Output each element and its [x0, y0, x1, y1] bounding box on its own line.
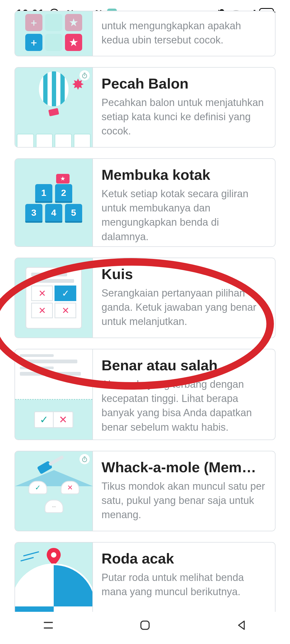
x-icon: ✕ — [31, 286, 53, 301]
template-card-balloon[interactable]: ✸ Pecah Balon Pecahkan balon untuk menja… — [15, 67, 276, 148]
svg-rect-18 — [141, 621, 149, 630]
card-title: Pecah Balon — [102, 75, 266, 92]
check-icon: ✓ — [35, 412, 54, 427]
box-2: 2 — [55, 184, 72, 201]
x-icon: ✕ — [31, 303, 53, 318]
template-card-openbox[interactable]: ★ 1 2 3 4 5 Membuka kotak Ketuk setiap k… — [15, 158, 276, 247]
star-icon: ★ — [65, 34, 82, 51]
back-button[interactable] — [234, 617, 250, 633]
thumb-wheel — [15, 543, 93, 612]
template-list[interactable]: ＋ ★ ＋ ★ untuk mengungkapkan apakah kedua… — [0, 11, 290, 612]
box-1: 1 — [35, 184, 52, 201]
thumb-quiz: ✕ ✓ ✕ ✕ — [15, 258, 93, 338]
template-card-whack[interactable]: ✓ ✕ ·· Whack-a-mole (Mem… Tikus mondok a… — [15, 451, 276, 531]
card-desc: Serangkaian pertanyaan pilihan ganda. Ke… — [102, 286, 266, 329]
template-card-truefalse[interactable]: ✓ ✕ Benar atau salah Akan ada yang terba… — [15, 349, 276, 440]
carts-icon — [15, 134, 92, 147]
thumb-openbox: ★ 1 2 3 4 5 — [15, 159, 93, 246]
star-icon: ★ — [65, 14, 82, 31]
box-5: 5 — [65, 204, 82, 221]
system-navbar — [0, 606, 290, 644]
card-desc: Putar roda untuk melihat benda mana yang… — [102, 570, 266, 599]
card-title: Kuis — [102, 266, 266, 282]
burst-icon: ✸ — [72, 76, 84, 93]
mole-icon: ·· — [45, 500, 63, 513]
motion-line-icon — [23, 551, 39, 556]
motion-line-icon — [20, 557, 34, 562]
home-button[interactable] — [137, 617, 153, 633]
thumb-whack: ✓ ✕ ·· — [15, 451, 93, 531]
template-card-matching[interactable]: ＋ ★ ＋ ★ untuk mengungkapkan apakah kedua… — [15, 11, 276, 56]
template-card-wheel[interactable]: Roda acak Putar roda untuk melihat benda… — [15, 542, 276, 612]
card-title: Whack-a-mole (Mem… — [102, 459, 266, 475]
svg-point-15 — [51, 552, 56, 558]
plus-icon: ＋ — [25, 14, 42, 31]
blank-tile — [45, 34, 62, 51]
blank-tile — [45, 14, 62, 31]
recent-apps-button[interactable] — [40, 617, 56, 633]
template-card-quiz[interactable]: ✕ ✓ ✕ ✕ Kuis Serangkaian pertanyaan pili… — [15, 258, 276, 338]
card-title: Membuka kotak — [102, 166, 266, 183]
x-icon: ✕ — [54, 412, 73, 427]
card-desc: Tikus mondok akan muncul satu per satu, … — [102, 479, 266, 522]
svg-rect-14 — [48, 455, 64, 466]
card-title: Roda acak — [102, 550, 266, 567]
thumb-matching: ＋ ★ ＋ ★ — [15, 11, 93, 56]
card-desc: Akan ada yang terbang dengan kecepatan t… — [102, 377, 266, 434]
box-4: 4 — [45, 204, 62, 221]
tag-icon — [48, 108, 59, 116]
card-desc: Pecahkan balon untuk menjatuhkan setiap … — [102, 96, 266, 138]
box-3: 3 — [25, 204, 42, 221]
mole-correct-icon: ✓ — [28, 481, 47, 494]
star-icon: ★ — [56, 174, 70, 184]
mole-wrong-icon: ✕ — [61, 481, 79, 494]
x-icon: ✕ — [55, 303, 76, 318]
card-title: Benar atau salah — [102, 357, 266, 374]
wheel-icon — [15, 564, 92, 612]
balloon-icon — [39, 71, 68, 106]
thumb-truefalse: ✓ ✕ — [15, 349, 93, 440]
thumb-balloon: ✸ — [15, 68, 93, 147]
plus-icon: ＋ — [25, 34, 42, 51]
card-desc: Ketuk setiap kotak secara giliran untuk … — [102, 187, 266, 244]
check-icon: ✓ — [55, 286, 76, 301]
card-desc: untuk mengungkapkan apakah kedua ubin te… — [102, 19, 266, 47]
